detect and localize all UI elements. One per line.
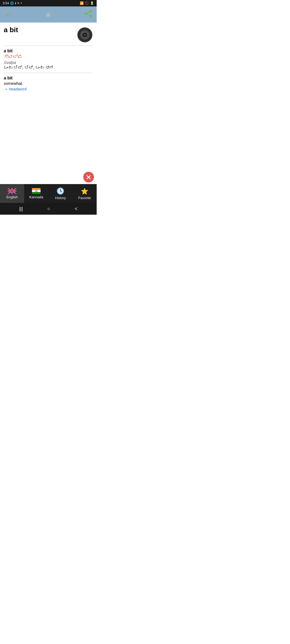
svg-rect-14 — [32, 192, 41, 194]
status-bar: 3:54 🌐 ℹ ✎ • 📶 🚫 🔋 — [0, 0, 97, 6]
toolbar: ← ★ — [0, 6, 97, 23]
svg-point-16 — [36, 191, 36, 191]
status-right: 📶 🚫 🔋 — [80, 1, 94, 5]
entry-kannada-synonyms: ಒಂದು ಬಿಟ್, ಬಿಟ್, ಒಂದು ಭಾಗ — [4, 65, 93, 70]
clock-icon — [57, 187, 64, 195]
svg-point-9 — [84, 34, 86, 36]
uk-flag-icon — [8, 188, 16, 194]
india-flag-icon — [32, 188, 41, 194]
content-area: a bit a bit ಸ್ವಲ್ಪ Svalpa ಒಂದು ಬಿಟ್, ಬಿಟ… — [0, 23, 97, 184]
nav-kannada-label: Kannada — [29, 195, 43, 199]
definition-word: a bit — [4, 76, 93, 80]
main-word: a bit — [4, 26, 18, 34]
system-nav-bar: ||| ○ < — [0, 203, 97, 215]
headword-link[interactable]: headword — [9, 87, 27, 91]
nav-favorite-label: Favorite — [78, 196, 91, 200]
svg-rect-12 — [32, 188, 41, 190]
entry-english-word: a bit — [4, 49, 93, 53]
divider-2 — [4, 73, 93, 73]
status-left: 3:54 🌐 ℹ ✎ • — [3, 1, 22, 5]
svg-line-4 — [87, 14, 90, 16]
entry-block-2: a bit somewhat. → headword — [4, 76, 93, 91]
svg-point-10 — [81, 31, 84, 33]
arrow-prefix: → — [4, 87, 9, 91]
svg-point-21 — [60, 191, 61, 191]
headword-ref[interactable]: → headword — [4, 87, 93, 91]
share-button[interactable] — [84, 10, 92, 19]
entry-kannada-word: ಸ್ವಲ್ಪ — [4, 54, 93, 60]
entry-transliteration: Svalpa — [4, 60, 93, 65]
definition-text: somewhat. — [4, 81, 93, 86]
nav-favorite[interactable]: Favorite — [73, 184, 97, 203]
divider-1 — [4, 46, 93, 46]
back-system-button[interactable]: < — [69, 204, 83, 214]
globe-icon: 🌐 — [10, 1, 14, 5]
status-time: 3:54 — [3, 1, 9, 5]
nav-english-label: English — [6, 195, 18, 199]
favorite-star-icon — [81, 187, 88, 195]
battery-icon: 🔋 — [90, 1, 94, 5]
svg-point-2 — [85, 13, 87, 15]
recent-apps-button[interactable]: ||| — [14, 204, 28, 214]
bottom-nav: English Kannada History Favorite — [0, 184, 97, 203]
svg-marker-22 — [81, 188, 88, 195]
signal-blocked-icon: 🚫 — [85, 1, 89, 5]
speaker-icon[interactable] — [77, 27, 93, 44]
nav-history-label: History — [55, 196, 66, 200]
dot-icon: • — [21, 1, 22, 5]
svg-line-3 — [87, 12, 90, 13]
favorite-button[interactable]: ★ — [45, 10, 52, 19]
entry-block-1: a bit ಸ್ವಲ್ಪ Svalpa ಒಂದು ಬಿಟ್, ಬಿಟ್, ಒಂದ… — [4, 49, 93, 70]
close-button[interactable] — [83, 172, 94, 182]
nav-kannada[interactable]: Kannada — [24, 184, 48, 203]
wifi-icon: 📶 — [80, 1, 84, 5]
back-button[interactable]: ← — [4, 10, 12, 19]
nav-english[interactable]: English — [0, 184, 24, 203]
nav-history[interactable]: History — [48, 184, 73, 203]
info-icon: ℹ — [15, 2, 16, 5]
home-button[interactable]: ○ — [42, 204, 56, 214]
note-icon: ✎ — [17, 2, 20, 5]
